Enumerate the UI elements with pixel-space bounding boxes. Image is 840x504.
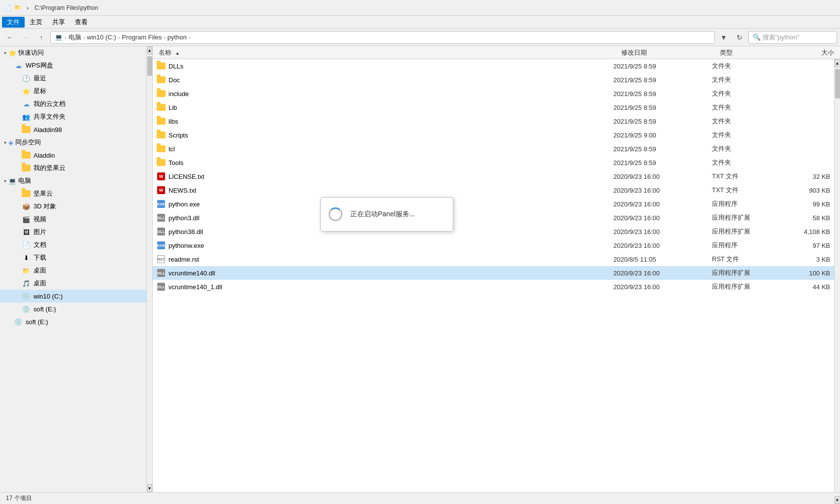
menu-bar: 文件 主页 共享 查看 — [0, 16, 840, 29]
table-row[interactable]: DLLs 2021/9/25 8:59 文件夹 — [153, 59, 834, 73]
aladdin98-icon — [22, 125, 31, 134]
table-row[interactable]: DLL vcruntime140.dll 2020/9/23 16:00 应用程… — [153, 266, 834, 280]
menu-share[interactable]: 共享 — [47, 17, 70, 28]
table-row[interactable]: Lib 2021/9/25 8:59 文件夹 — [153, 101, 834, 114]
sidebar-item-downloads[interactable]: ⬇ 下载 — [0, 251, 146, 264]
jianguo-icon — [22, 164, 31, 172]
sidebar-item-share[interactable]: 👥 共享文件夹 — [0, 110, 146, 123]
menu-home[interactable]: 主页 — [25, 17, 47, 28]
table-row[interactable]: DLL vcruntime140_1.dll 2020/9/23 16:00 应… — [153, 280, 834, 294]
desktop1-icon: 📁 — [22, 266, 31, 275]
menu-file[interactable]: 文件 — [2, 17, 25, 28]
sidebar-item-aladdin[interactable]: Aladdin — [0, 149, 146, 162]
sidebar-item-win10c[interactable]: 💿 win10 (C:) — [0, 290, 146, 302]
sidebar-item-mycloud[interactable]: ☁ 我的云文档 — [0, 98, 146, 110]
sidebar-item-docs[interactable]: 📄 文档 — [0, 238, 146, 251]
dropdown-button[interactable]: ▼ — [717, 31, 731, 44]
sidebar-scroll-up[interactable]: ▲ — [147, 46, 152, 54]
video-label: 视频 — [34, 215, 46, 224]
up-button[interactable]: ↑ — [34, 31, 48, 44]
table-row[interactable]: Scripts 2021/9/25 9:00 文件夹 — [153, 128, 834, 142]
wps-txt-icon: W — [157, 172, 165, 180]
table-row[interactable]: Doc 2021/9/25 8:59 文件夹 — [153, 73, 834, 87]
sidebar-item-softe[interactable]: 💿 soft (E:) — [0, 302, 146, 315]
path-computer[interactable]: 💻 — [55, 34, 63, 41]
sidebar-item-images[interactable]: 🖼 图片 — [0, 226, 146, 238]
sidebar-item-aladdin98[interactable]: Aladdin98 — [0, 123, 146, 136]
table-row[interactable]: EXE pythonw.exe 2020/9/23 16:00 应用程序 97 … — [153, 238, 834, 252]
forward-button[interactable]: → — [19, 31, 33, 44]
col-header-date[interactable]: 修改日期 — [619, 48, 718, 57]
file-name-text: Tools — [168, 159, 183, 167]
table-row[interactable]: W NEWS.txt 2020/9/23 16:00 TXT 文件 903 KB — [153, 183, 834, 197]
folder-icon-small: 📁 — [14, 4, 22, 12]
file-name-text: vcruntime140_1.dll — [168, 283, 222, 291]
jianguo2-icon — [22, 189, 31, 198]
quick-access-arrow: ▾ — [4, 50, 6, 56]
wps-txt-icon: W — [157, 186, 165, 194]
folder-icon — [157, 90, 166, 97]
menu-view[interactable]: 查看 — [70, 17, 93, 28]
path-python[interactable]: python — [168, 34, 187, 41]
sidebar-item-computer[interactable]: ▾ 💻 电脑 — [0, 174, 146, 187]
table-row[interactable]: RST readme.rst 2020/8/5 11:05 RST 文件 3 K… — [153, 252, 834, 266]
sidebar-scroll-thumb[interactable] — [147, 56, 152, 76]
col-header-size[interactable]: 大小 — [787, 48, 836, 57]
content-scrollbar[interactable]: ▲ ▼ — [834, 59, 840, 492]
table-row[interactable]: W LICENSE.txt 2020/9/23 16:00 TXT 文件 32 … — [153, 169, 834, 183]
softe2-label: soft (E:) — [26, 318, 48, 326]
sidebar-item-jianguo2[interactable]: 坚果云 — [0, 187, 146, 200]
desktop2-label: 桌面 — [34, 279, 46, 288]
path-computer-label[interactable]: 电脑 — [68, 33, 81, 42]
file-date: 2020/9/23 16:00 — [613, 214, 712, 222]
file-icon: DLL — [157, 282, 166, 291]
sidebar-item-jianguo[interactable]: 我的坚果云 — [0, 162, 146, 174]
sidebar-item-recent[interactable]: 🕐 最近 — [0, 72, 146, 85]
sidebar-item-video[interactable]: 🎬 视频 — [0, 213, 146, 226]
col-header-name[interactable]: 名称 ▲ — [157, 48, 619, 57]
sidebar-item-quick-access[interactable]: ▾ ⭐ 快速访问 — [0, 46, 146, 59]
search-box[interactable]: 🔍 搜索"python" — [748, 31, 837, 44]
recent-icon: 🕐 — [22, 74, 31, 83]
sidebar-scrollbar[interactable]: ▲ ▼ — [146, 46, 152, 492]
scroll-thumb[interactable] — [835, 69, 840, 99]
sidebar-scroll-down[interactable]: ▼ — [147, 484, 152, 492]
sidebar-item-3d[interactable]: 📦 3D 对象 — [0, 200, 146, 213]
path-drive[interactable]: win10 (C:) — [87, 34, 116, 41]
back-button[interactable]: ← — [3, 31, 17, 44]
sidebar-item-desktop2[interactable]: 🎵 桌面 — [0, 277, 146, 290]
scroll-up-button[interactable]: ▲ — [835, 59, 840, 67]
softe-icon: 💿 — [22, 304, 31, 313]
refresh-button[interactable]: ↻ — [733, 31, 746, 44]
address-path[interactable]: 💻 › 电脑 › win10 (C:) › Program Files › py… — [50, 31, 715, 44]
jianguo2-label: 坚果云 — [34, 189, 53, 198]
sync-arrow: ▾ — [4, 140, 6, 145]
table-row[interactable]: tcl 2021/9/25 8:59 文件夹 — [153, 142, 834, 156]
file-name-text: vcruntime140.dll — [168, 269, 215, 277]
rst-icon: RST — [157, 255, 165, 263]
quick-access-label: 快速访问 — [18, 48, 44, 57]
status-text: 17 个项目 — [6, 494, 32, 503]
sidebar-item-starred[interactable]: ⭐ 星标 — [0, 85, 146, 98]
sidebar-item-softe2[interactable]: 💿 soft (E:) — [0, 315, 146, 328]
path-program-files[interactable]: Program Files — [122, 34, 162, 41]
table-row[interactable]: EXE python.exe 2020/9/23 16:00 应用程序 99 K… — [153, 197, 834, 211]
file-name-text: NEWS.txt — [168, 187, 196, 194]
sidebar-item-sync[interactable]: ▾ ◈ 同步空间 — [0, 136, 146, 149]
win10c-icon: 💿 — [22, 292, 31, 301]
file-date: 2020/9/23 16:00 — [613, 187, 712, 194]
sidebar-item-desktop1[interactable]: 📁 桌面 — [0, 264, 146, 277]
table-row[interactable]: Tools 2021/9/25 8:59 文件夹 — [153, 156, 834, 169]
table-row[interactable]: include 2021/9/25 8:59 文件夹 — [153, 87, 834, 101]
file-name-text: DLLs — [168, 63, 183, 70]
table-row[interactable]: libs 2021/9/25 8:59 文件夹 — [153, 114, 834, 128]
wps-label: WPS网盘 — [26, 61, 53, 70]
dll-icon: DLL — [157, 228, 165, 235]
col-header-type[interactable]: 类型 — [718, 48, 787, 57]
table-row[interactable]: DLL python38.dll 2020/9/23 16:00 应用程序扩展 … — [153, 225, 834, 238]
file-type: 文件夹 — [712, 117, 781, 126]
table-row[interactable]: DLL python3.dll 2020/9/23 16:00 应用程序扩展 5… — [153, 211, 834, 225]
file-date: 2020/9/23 16:00 — [613, 228, 712, 235]
sidebar-item-wps[interactable]: ☁ WPS网盘 — [0, 59, 146, 72]
file-name-cell: include — [157, 89, 613, 98]
